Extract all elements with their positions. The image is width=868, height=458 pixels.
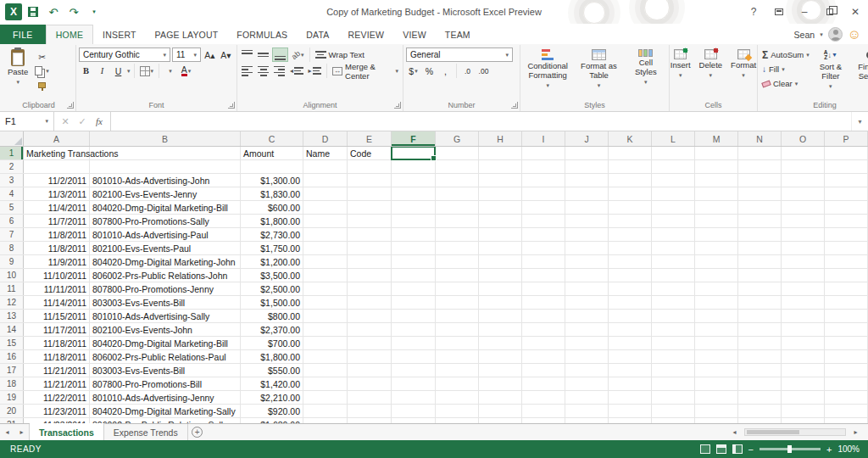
cell-H4[interactable] (479, 187, 522, 200)
tab-view[interactable]: VIEW (393, 25, 436, 44)
cell-M12[interactable] (695, 296, 738, 309)
column-header-A[interactable]: A (24, 131, 90, 146)
insert-function-button[interactable]: fx (92, 116, 107, 126)
cell-G21[interactable] (436, 418, 479, 423)
cell-J20[interactable] (565, 405, 609, 417)
cell-J16[interactable] (565, 350, 609, 363)
cell-I17[interactable] (522, 364, 565, 377)
cell-O11[interactable] (782, 282, 825, 295)
cell-K3[interactable] (609, 174, 652, 187)
align-left-button[interactable] (240, 64, 254, 78)
bottom-align-button[interactable] (272, 47, 288, 62)
row-header-21[interactable]: 21 (0, 418, 24, 423)
cell-H10[interactable] (479, 269, 522, 282)
row-header-3[interactable]: 3 (0, 174, 24, 187)
cell-P15[interactable] (825, 337, 868, 349)
cell-O13[interactable] (782, 310, 825, 322)
cell-M7[interactable] (695, 228, 738, 241)
cell-A16[interactable]: 11/18/2011 (24, 350, 90, 363)
cell-G20[interactable] (436, 405, 479, 417)
increase-decimal-button[interactable]: .0 (460, 64, 475, 78)
cell-A14[interactable]: 11/17/2011 (24, 323, 90, 336)
minimize-button[interactable]: – (792, 2, 817, 22)
cell-K20[interactable] (609, 405, 652, 417)
cell-D14[interactable] (303, 323, 348, 336)
cell-E21[interactable] (348, 418, 392, 423)
cell-A1[interactable]: Marketing Transactions (24, 147, 90, 159)
zoom-level[interactable]: 100% (837, 444, 860, 454)
decrease-font-size-button[interactable]: A▾ (219, 47, 233, 62)
cell-J9[interactable] (565, 255, 609, 268)
cell-F3[interactable] (392, 174, 436, 187)
borders-button[interactable]: ▾ (138, 64, 156, 78)
cell-A3[interactable]: 11/2/2011 (24, 174, 90, 187)
cell-I6[interactable] (522, 215, 565, 227)
orientation-button[interactable]: ab▾ (290, 47, 306, 62)
column-header-D[interactable]: D (303, 131, 348, 146)
cell-L20[interactable] (652, 405, 695, 417)
cell-B7[interactable]: 801010-Ads-Advertising-Paul (90, 228, 241, 241)
zoom-out-button[interactable]: − (748, 444, 754, 455)
cell-D15[interactable] (303, 337, 348, 349)
row-header-20[interactable]: 20 (0, 405, 24, 417)
cell-A13[interactable]: 11/15/2011 (24, 310, 90, 322)
cell-C16[interactable]: $1,800.00 (241, 350, 303, 363)
cell-J6[interactable] (565, 215, 609, 227)
cell-J18[interactable] (565, 377, 609, 390)
cell-E3[interactable] (348, 174, 392, 187)
cell-I11[interactable] (522, 282, 565, 295)
cell-F15[interactable] (392, 337, 436, 349)
cell-K18[interactable] (609, 377, 652, 390)
tab-review[interactable]: REVIEW (339, 25, 394, 44)
top-align-button[interactable] (240, 47, 254, 62)
cell-A10[interactable]: 11/10/2011 (24, 269, 90, 282)
cell-L16[interactable] (652, 350, 695, 363)
percent-style-button[interactable]: % (422, 64, 437, 78)
cell-F13[interactable] (392, 310, 436, 322)
underline-dropdown-icon[interactable]: ▾ (127, 68, 131, 75)
column-header-B[interactable]: B (90, 131, 241, 146)
cell-M18[interactable] (695, 377, 738, 390)
cell-H17[interactable] (479, 364, 522, 377)
cell-K14[interactable] (609, 323, 652, 336)
cell-I7[interactable] (522, 228, 565, 241)
clear-button[interactable]: Clear ▾ (760, 76, 811, 91)
column-header-N[interactable]: N (738, 131, 782, 146)
row-header-18[interactable]: 18 (0, 377, 24, 390)
cell-H21[interactable] (479, 418, 522, 423)
cell-N19[interactable] (738, 391, 782, 404)
scroll-right-button[interactable]: ▸ (849, 428, 863, 436)
cell-N11[interactable] (738, 282, 782, 295)
cell-G17[interactable] (436, 364, 479, 377)
cell-I18[interactable] (522, 377, 565, 390)
column-header-E[interactable]: E (348, 131, 392, 146)
ribbon-display-options-button[interactable] (766, 2, 792, 22)
close-button[interactable]: ✕ (843, 2, 868, 22)
cell-D13[interactable] (303, 310, 348, 322)
cell-I8[interactable] (522, 242, 565, 254)
cell-N2[interactable] (738, 160, 782, 173)
cell-I21[interactable] (522, 418, 565, 423)
cell-G19[interactable] (436, 391, 479, 404)
cell-D8[interactable] (303, 242, 348, 254)
cell-M3[interactable] (695, 174, 738, 187)
cell-F7[interactable] (392, 228, 436, 241)
cell-C10[interactable]: $3,500.00 (241, 269, 303, 282)
cell-A20[interactable]: 11/23/2011 (24, 405, 90, 417)
cell-styles-button[interactable]: Cell Styles ▾ (626, 47, 666, 87)
cell-N10[interactable] (738, 269, 782, 282)
cell-O21[interactable] (782, 418, 825, 423)
active-cell-F1[interactable] (391, 147, 436, 160)
row-header-6[interactable]: 6 (0, 215, 24, 227)
customize-quick-access-button[interactable]: ▾ (85, 3, 103, 20)
cell-B3[interactable]: 801010-Ads-Advertising-John (90, 174, 241, 187)
cell-J2[interactable] (565, 160, 609, 173)
cell-B6[interactable]: 807800-Pro-Promotions-Sally (90, 215, 241, 227)
cell-P19[interactable] (825, 391, 868, 404)
cell-I19[interactable] (522, 391, 565, 404)
cell-E13[interactable] (348, 310, 392, 322)
cell-C14[interactable]: $2,370.00 (241, 323, 303, 336)
decrease-decimal-button[interactable]: .00 (476, 64, 491, 78)
cell-D6[interactable] (303, 215, 348, 227)
user-avatar[interactable] (828, 27, 843, 42)
